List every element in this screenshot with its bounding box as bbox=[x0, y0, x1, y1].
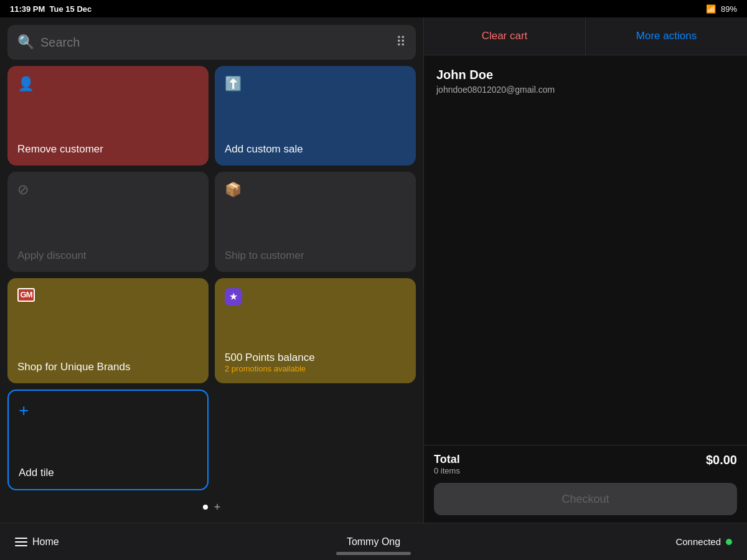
search-bar[interactable]: 🔍 ⠿ bbox=[7, 25, 416, 60]
total-label: Total bbox=[434, 453, 460, 466]
tile-label: Apply discount bbox=[17, 250, 199, 262]
checkout-footer: Total 0 items $0.00 Checkout bbox=[424, 445, 747, 523]
tile-label: Add tile bbox=[19, 467, 197, 479]
gm-logo-icon: GM bbox=[17, 288, 199, 302]
tile-shop-brands[interactable]: GM Shop for Unique Brands bbox=[7, 278, 209, 383]
tile-remove-customer[interactable]: 👤 Remove customer bbox=[7, 66, 209, 166]
status-indicators: 📶 89% bbox=[706, 4, 737, 14]
checkout-button: Checkout bbox=[434, 483, 737, 515]
customer-email: johndoe08012020@gmail.com bbox=[436, 85, 735, 95]
barcode-scanner-icon[interactable]: ⠿ bbox=[396, 34, 406, 50]
tile-ship-to-customer[interactable]: 📦 Ship to customer bbox=[215, 172, 416, 271]
left-panel: 🔍 ⠿ 👤 Remove customer ⬆️ Add custom sale… bbox=[0, 17, 423, 523]
tile-add-custom-sale[interactable]: ⬆️ Add custom sale bbox=[215, 66, 416, 166]
bottom-right: Connected bbox=[675, 536, 732, 547]
person-icon: 👤 bbox=[17, 76, 199, 92]
home-button[interactable]: Home bbox=[15, 536, 59, 548]
tiles-grid: 👤 Remove customer ⬆️ Add custom sale ⊘ A… bbox=[7, 66, 416, 490]
menu-icon bbox=[15, 538, 27, 546]
upload-icon: ⬆️ bbox=[225, 76, 406, 92]
tile-points-balance[interactable]: ★ 500 Points balance 2 promotions availa… bbox=[215, 278, 416, 383]
page-add-icon[interactable]: + bbox=[214, 502, 221, 513]
tile-label: Ship to customer bbox=[225, 250, 406, 262]
wifi-icon: 📶 bbox=[706, 4, 716, 14]
ship-icon: 📦 bbox=[225, 182, 406, 198]
page-dots: + bbox=[7, 497, 416, 515]
bottom-username: Tommy Ong bbox=[347, 536, 400, 548]
tile-sublabel: 2 promotions available bbox=[225, 364, 406, 373]
plus-icon: + bbox=[19, 401, 197, 421]
search-input[interactable] bbox=[40, 35, 390, 50]
tile-label: Add custom sale bbox=[225, 143, 406, 156]
main-layout: 🔍 ⠿ 👤 Remove customer ⬆️ Add custom sale… bbox=[0, 17, 747, 523]
home-label: Home bbox=[32, 536, 59, 548]
star-icon: ★ bbox=[225, 288, 406, 306]
customer-name: John Doe bbox=[436, 68, 735, 82]
more-actions-button[interactable]: More actions bbox=[586, 17, 747, 55]
total-amount: $0.00 bbox=[706, 453, 737, 467]
bottom-center: Tommy Ong bbox=[347, 536, 400, 548]
tile-apply-discount[interactable]: ⊘ Apply discount bbox=[7, 172, 209, 271]
clear-cart-button[interactable]: Clear cart bbox=[424, 17, 586, 55]
right-panel: Clear cart More actions John Doe johndoe… bbox=[423, 17, 747, 523]
page-dot-active bbox=[203, 505, 208, 510]
tile-label: Shop for Unique Brands bbox=[17, 361, 199, 373]
bottom-bar: Home Tommy Ong Connected bbox=[0, 523, 747, 560]
battery-label: 89% bbox=[721, 4, 737, 14]
customer-info: John Doe johndoe08012020@gmail.com bbox=[424, 55, 747, 95]
connected-indicator bbox=[726, 539, 732, 545]
cart-area bbox=[424, 95, 747, 445]
search-icon: 🔍 bbox=[17, 34, 34, 50]
total-items: 0 items bbox=[434, 466, 460, 475]
total-row: Total 0 items $0.00 bbox=[434, 453, 737, 475]
tile-add-tile[interactable]: + Add tile bbox=[7, 390, 209, 490]
status-bar: 11:39 PM Tue 15 Dec 📶 89% bbox=[0, 0, 747, 17]
tile-label: Remove customer bbox=[17, 143, 199, 156]
tile-label: 500 Points balance bbox=[225, 352, 406, 364]
status-time-date: 11:39 PM Tue 15 Dec bbox=[10, 4, 92, 14]
home-indicator bbox=[336, 552, 411, 555]
discount-icon: ⊘ bbox=[17, 182, 199, 198]
right-header: Clear cart More actions bbox=[424, 17, 747, 55]
connected-label: Connected bbox=[675, 536, 721, 547]
